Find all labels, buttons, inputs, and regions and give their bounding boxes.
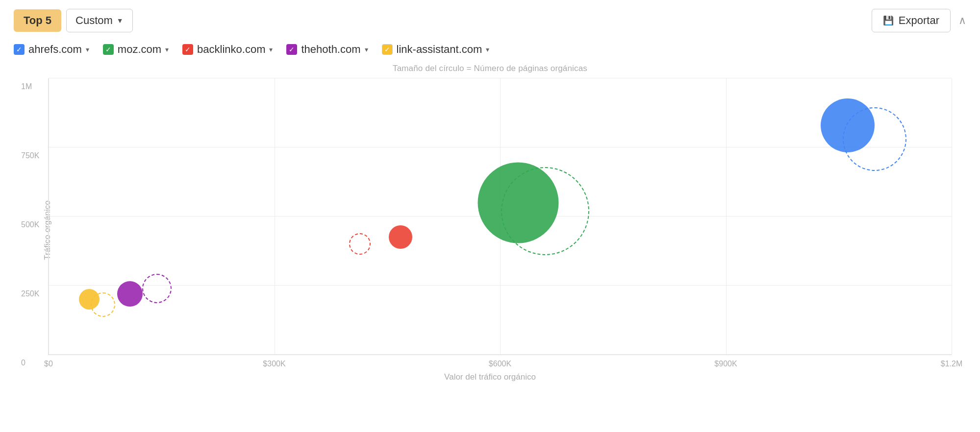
checkbox-thehoth: ✓ (286, 44, 297, 55)
chart-plot: 0 250K 500K 750K 1M $0 $300K $600K (48, 78, 952, 355)
x-tick-900k: $900K (714, 360, 737, 368)
domain-dropdown-thehoth[interactable]: ▾ (365, 46, 368, 53)
y-tick-1m: 1M (21, 82, 32, 91)
export-icon: 💾 (883, 15, 894, 26)
domain-item-thehoth[interactable]: ✓ thehoth.com ▾ (286, 43, 368, 56)
collapse-button[interactable]: ∧ (958, 14, 966, 27)
export-button[interactable]: 💾 Exportar (872, 9, 951, 32)
bubble-thehoth-dashed (142, 274, 172, 303)
domain-item-backlinko[interactable]: ✓ backlinko.com ▾ (182, 43, 273, 56)
domain-item-moz[interactable]: ✓ moz.com ▾ (103, 43, 169, 56)
bubble-moz-dashed (501, 167, 589, 255)
domain-dropdown-linkassistant[interactable]: ▾ (486, 46, 489, 53)
bubble-thehoth-solid (117, 281, 143, 307)
chevron-down-icon: ▼ (117, 17, 124, 24)
bubble-backlinko-dashed (349, 233, 371, 255)
x-tick-12m: $1.2M (941, 360, 962, 368)
top-bar-right: 💾 Exportar ∧ (872, 9, 966, 32)
checkbox-ahrefs: ✓ (14, 44, 25, 55)
domain-item-linkassistant[interactable]: ✓ link-assistant.com ▾ (382, 43, 490, 56)
domain-label-backlinko: backlinko.com (197, 43, 265, 56)
domain-label-linkassistant: link-assistant.com (397, 43, 482, 56)
bubble-linkassistant-dashed (91, 292, 115, 317)
y-tick-500k: 500K (21, 220, 39, 229)
bubble-ahrefs-dashed (843, 107, 906, 171)
domain-label-ahrefs: ahrefs.com (28, 43, 82, 56)
domain-dropdown-moz[interactable]: ▾ (165, 46, 169, 53)
y-tick-0: 0 (21, 359, 25, 367)
grid-v-300k: $300K (275, 78, 275, 355)
chevron-up-icon: ∧ (958, 14, 966, 26)
y-tick-250k: 250K (21, 289, 39, 298)
x-tick-300k: $300K (263, 360, 285, 368)
domain-filters: ✓ ahrefs.com ▾ ✓ moz.com ▾ ✓ backlinko.c… (0, 38, 980, 59)
chart-subtitle: Tamaño del círculo = Número de páginas o… (14, 64, 966, 73)
checkbox-backlinko: ✓ (182, 44, 193, 55)
checkbox-moz: ✓ (103, 44, 114, 55)
top-bar: Top 5 Custom ▼ 💾 Exportar ∧ (0, 0, 980, 38)
grid-v-0: $0 (49, 78, 49, 355)
domain-label-moz: moz.com (118, 43, 161, 56)
domain-dropdown-backlinko[interactable]: ▾ (269, 46, 273, 53)
x-tick-0: $0 (44, 360, 53, 368)
chart-area: Tamaño del círculo = Número de páginas o… (14, 64, 966, 397)
bubble-backlinko-solid (389, 225, 412, 249)
top5-button[interactable]: Top 5 (14, 9, 61, 32)
top-bar-left: Top 5 Custom ▼ (14, 9, 133, 32)
grid-v-900k: $900K (726, 78, 727, 355)
grid-v-12m: $1.2M (952, 78, 952, 355)
checkbox-linkassistant: ✓ (382, 44, 393, 55)
domain-label-thehoth: thehoth.com (301, 43, 360, 56)
custom-dropdown-button[interactable]: Custom ▼ (66, 9, 133, 32)
chart-container: Tráfico orgánico 0 250K 500K 750K 1M $0 (14, 78, 966, 382)
x-tick-600k: $600K (489, 360, 511, 368)
custom-label: Custom (75, 14, 113, 27)
export-label: Exportar (899, 14, 939, 27)
domain-item-ahrefs[interactable]: ✓ ahrefs.com ▾ (14, 43, 89, 56)
domain-dropdown-ahrefs[interactable]: ▾ (86, 46, 89, 53)
x-axis-label: Valor del tráfico orgánico (444, 372, 536, 382)
y-tick-750k: 750K (21, 151, 39, 160)
